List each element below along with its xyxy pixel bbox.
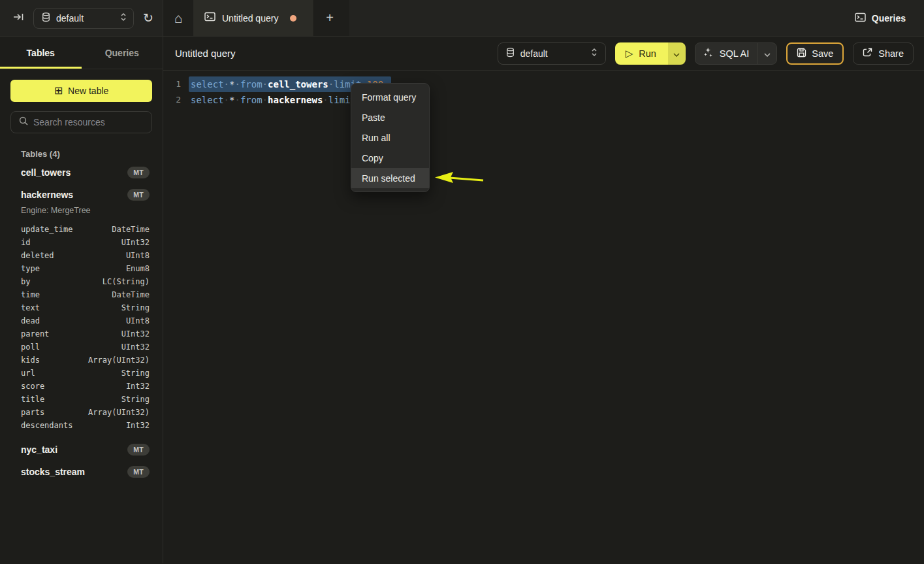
token-kw: from [240, 95, 263, 105]
share-label: Share [878, 48, 904, 59]
database-icon [506, 48, 515, 59]
column-name: id [21, 236, 30, 249]
home-tab-button[interactable]: ⌂ [163, 0, 194, 36]
column-name: kids [21, 354, 40, 367]
table-grid-icon: ⊞ [54, 86, 63, 96]
arrow-to-line-icon [13, 12, 24, 24]
token-kw: from [240, 79, 263, 90]
column-type: String [121, 393, 150, 406]
column-row: scoreInt32 [21, 380, 150, 393]
column-type: Int32 [126, 419, 150, 432]
column-row: deletedUInt8 [21, 249, 150, 262]
sidebar: Tables Queries ⊞ New table Tables (4) ce… [0, 37, 163, 563]
engine-badge: MT [127, 167, 150, 178]
new-table-label: New table [68, 86, 108, 96]
column-type: UInt32 [121, 340, 150, 354]
whitespace-dot: · [234, 79, 240, 90]
sidebar-body: ⊞ New table Tables (4) cell_towersMThack… [0, 69, 163, 493]
column-type: LC(String) [103, 275, 150, 288]
whitespace-dot: · [263, 95, 268, 105]
queries-button[interactable]: Queries [855, 12, 906, 24]
column-row: descendantsInt32 [21, 419, 150, 432]
editor-context-menu: Format queryPasteRun allCopyRun selected [351, 83, 430, 192]
floppy-disk-icon [797, 48, 806, 59]
run-button[interactable]: ▷ Run [615, 42, 668, 65]
token-kw: select [191, 79, 224, 90]
refresh-button[interactable]: ↻ [143, 10, 153, 25]
new-table-button[interactable]: ⊞ New table [10, 80, 152, 102]
query-toolbar: Untitled query default ▷ Run [163, 37, 924, 71]
new-tab-button[interactable]: + [314, 0, 345, 36]
sql-ai-label: SQL AI [720, 48, 749, 59]
column-name: dead [21, 314, 40, 327]
column-row: kidsArray(UInt32) [21, 354, 150, 367]
run-options-button[interactable] [668, 42, 686, 65]
sidebar-tab-tables[interactable]: Tables [0, 37, 82, 69]
engine-badge: MT [127, 189, 150, 201]
whitespace-dot: · [323, 95, 328, 105]
column-type: DateTime [112, 288, 150, 301]
column-type: String [121, 367, 150, 380]
share-button[interactable]: Share [853, 42, 914, 65]
whitespace-dot: · [224, 79, 229, 90]
sql-ai-options-button[interactable] [757, 43, 776, 64]
line-number: 2 [163, 92, 181, 108]
line-number: 1 [163, 76, 181, 92]
topbar-database-selector[interactable]: default [33, 8, 134, 29]
column-row: pollUInt32 [21, 340, 150, 354]
whitespace-dot: · [234, 95, 240, 105]
menu-item-format-query[interactable]: Format query [351, 87, 429, 107]
sidebar-tab-queries[interactable]: Queries [82, 37, 163, 69]
token-kw: select [191, 95, 224, 105]
engine-label: Engine: MergeTree [10, 206, 152, 219]
topbar-right: Queries [349, 0, 924, 36]
terminal-icon [204, 12, 215, 24]
table-row[interactable]: hackernewsMT [10, 184, 152, 206]
whitespace-dot: · [224, 95, 229, 105]
queries-label: Queries [872, 13, 906, 24]
column-type: UInt32 [121, 236, 150, 249]
topbar: default ↻ ⌂ Untitled query + [0, 0, 924, 37]
code-lines: 1select·*·from·cell_towers·limit·100·2se… [163, 76, 924, 108]
column-name: parent [21, 327, 49, 340]
table-row[interactable]: nyc_taxiMT [10, 439, 152, 461]
refresh-icon: ↻ [143, 10, 153, 25]
query-database-selector[interactable]: default [498, 42, 606, 65]
terminal-icon [855, 12, 866, 24]
tab-strip: ⌂ Untitled query + [163, 0, 349, 36]
search-box [10, 111, 152, 133]
sql-editor[interactable]: 1select·*·from·cell_towers·limit·100·2se… [163, 71, 924, 563]
tab-untitled-query[interactable]: Untitled query [194, 0, 314, 36]
column-name: descendants [21, 419, 72, 432]
column-name: by [21, 275, 30, 288]
sidebar-collapse-button[interactable] [13, 12, 24, 24]
sidebar-tabs: Tables Queries [0, 37, 163, 69]
main-area: Untitled query default ▷ Run [163, 37, 924, 563]
line-content: select·*·from·hackernews·limit [189, 92, 358, 108]
menu-item-run-all[interactable]: Run all [351, 127, 429, 148]
run-button-group: ▷ Run [615, 42, 686, 65]
sql-ai-button[interactable]: SQL AI [695, 43, 757, 64]
column-row: urlString [21, 367, 150, 380]
search-input[interactable] [33, 117, 144, 127]
table-name: nyc_taxi [21, 444, 57, 455]
search-icon [19, 116, 28, 128]
table-row[interactable]: cell_towersMT [10, 161, 152, 184]
save-button[interactable]: Save [786, 42, 844, 65]
column-type: Enum8 [126, 262, 150, 275]
topbar-database-value: default [56, 13, 114, 24]
column-row: textString [21, 301, 150, 314]
chevron-down-icon [764, 48, 771, 59]
menu-item-copy[interactable]: Copy [351, 148, 429, 168]
menu-item-paste[interactable]: Paste [351, 107, 429, 127]
menu-item-run-selected[interactable]: Run selected [351, 168, 429, 188]
query-title: Untitled query [175, 48, 488, 59]
sidebar-tab-queries-label: Queries [105, 48, 139, 58]
column-name: parts [21, 406, 44, 419]
column-row: timeDateTime [21, 288, 150, 301]
column-name: type [21, 262, 40, 275]
tab-label: Untitled query [222, 13, 278, 24]
table-name: cell_towers [21, 167, 71, 178]
table-row[interactable]: stocks_streamMT [10, 461, 152, 483]
table-name: stocks_stream [21, 467, 85, 477]
